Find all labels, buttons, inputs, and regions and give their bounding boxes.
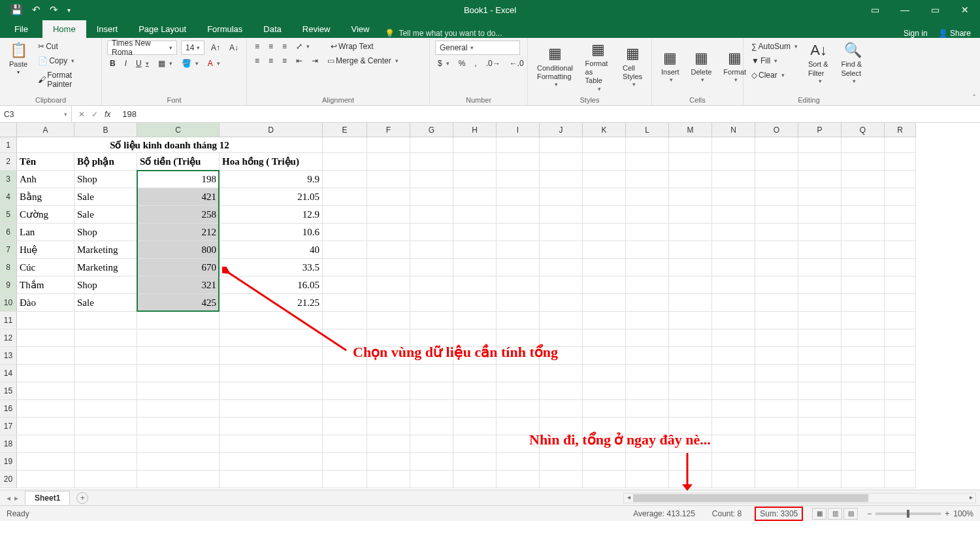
cell[interactable]	[885, 435, 916, 453]
cell[interactable]	[17, 329, 74, 347]
cell[interactable]	[453, 435, 497, 453]
column-header-H[interactable]: H	[453, 123, 497, 137]
fill-button[interactable]: ▼ Fill	[749, 55, 800, 67]
maximize-icon[interactable]: ▭	[920, 0, 950, 20]
cell[interactable]	[137, 347, 220, 365]
cell[interactable]	[583, 259, 626, 276]
cell[interactable]	[453, 453, 497, 471]
cell[interactable]	[798, 347, 841, 365]
cell[interactable]	[323, 188, 367, 206]
cell[interactable]	[453, 418, 497, 435]
cell[interactable]	[798, 471, 841, 488]
cell[interactable]	[367, 294, 410, 312]
cell[interactable]	[323, 171, 367, 188]
cell[interactable]	[410, 188, 453, 206]
cell[interactable]	[885, 276, 916, 294]
cell[interactable]	[841, 153, 885, 171]
cell[interactable]	[410, 206, 453, 224]
cell[interactable]	[410, 224, 453, 241]
collapse-ribbon-icon[interactable]: ˄	[972, 93, 976, 103]
cell[interactable]	[885, 153, 916, 171]
cell[interactable]	[841, 471, 885, 488]
column-header-B[interactable]: B	[74, 123, 137, 137]
cell[interactable]	[841, 241, 885, 259]
cell[interactable]	[410, 153, 453, 171]
cell[interactable]	[669, 153, 712, 171]
cell[interactable]	[798, 241, 841, 259]
cell[interactable]	[626, 171, 669, 188]
cell[interactable]	[626, 188, 669, 206]
cell[interactable]	[540, 453, 583, 471]
cell[interactable]	[669, 400, 712, 418]
cell[interactable]	[410, 418, 453, 435]
cell[interactable]: 33.5	[220, 259, 323, 276]
cell[interactable]	[323, 259, 367, 276]
tab-view[interactable]: View	[340, 20, 380, 38]
cell[interactable]	[885, 294, 916, 312]
cell[interactable]	[755, 329, 798, 347]
cell[interactable]: Số liệu kinh doanh tháng 12	[17, 137, 323, 153]
column-header-J[interactable]: J	[540, 123, 583, 137]
percent-format-icon[interactable]: %	[456, 58, 468, 69]
cell[interactable]	[841, 206, 885, 224]
cell[interactable]	[74, 471, 137, 488]
cell[interactable]	[712, 294, 755, 312]
cell[interactable]	[798, 276, 841, 294]
cell[interactable]	[755, 276, 798, 294]
cell[interactable]	[712, 276, 755, 294]
cell[interactable]	[885, 347, 916, 365]
cell[interactable]	[798, 171, 841, 188]
font-size-combo[interactable]: 14	[181, 41, 204, 55]
cell[interactable]	[453, 276, 497, 294]
cell[interactable]	[453, 259, 497, 276]
cell[interactable]	[583, 329, 626, 347]
align-bottom-icon[interactable]: ≡	[280, 41, 289, 52]
cell[interactable]	[626, 329, 669, 347]
cell[interactable]: Hoa hồng ( Triệu)	[220, 153, 323, 171]
enter-formula-icon[interactable]: ✓	[91, 110, 98, 119]
cell[interactable]	[367, 224, 410, 241]
cell[interactable]	[885, 259, 916, 276]
cell[interactable]	[755, 382, 798, 400]
cell[interactable]	[137, 400, 220, 418]
sheet-tab-1[interactable]: Sheet1	[25, 491, 70, 505]
signin-link[interactable]: Sign in	[904, 29, 928, 38]
cell[interactable]	[885, 382, 916, 400]
cell[interactable]	[367, 241, 410, 259]
cell[interactable]	[712, 400, 755, 418]
format-painter-button[interactable]: 🖌 Format Painter	[35, 69, 96, 90]
cell[interactable]	[583, 312, 626, 329]
cell[interactable]	[841, 365, 885, 382]
row-header-17[interactable]: 17	[0, 418, 17, 435]
cell[interactable]	[367, 171, 410, 188]
cell[interactable]	[453, 241, 497, 259]
cell[interactable]	[626, 137, 669, 153]
cell[interactable]	[497, 171, 540, 188]
cell[interactable]: 9.9	[220, 171, 323, 188]
cell[interactable]	[885, 312, 916, 329]
cell[interactable]: Anh	[17, 171, 74, 188]
cell[interactable]	[220, 312, 323, 329]
cell[interactable]	[540, 224, 583, 241]
cell[interactable]	[755, 171, 798, 188]
delete-cells-button[interactable]: ▦Delete	[687, 48, 716, 85]
font-color-button[interactable]: A	[205, 58, 223, 69]
cell[interactable]	[497, 224, 540, 241]
cell[interactable]	[626, 365, 669, 382]
cell[interactable]	[410, 171, 453, 188]
cell[interactable]	[323, 241, 367, 259]
cell[interactable]	[410, 471, 453, 488]
autosum-button[interactable]: ∑ AutoSum	[749, 41, 800, 52]
cell[interactable]	[74, 382, 137, 400]
row-header-20[interactable]: 20	[0, 471, 17, 488]
cell[interactable]	[17, 435, 74, 453]
cell[interactable]	[669, 137, 712, 153]
cell[interactable]	[137, 382, 220, 400]
cell[interactable]	[137, 471, 220, 488]
cell[interactable]	[712, 241, 755, 259]
column-header-D[interactable]: D	[220, 123, 323, 137]
cell[interactable]	[626, 400, 669, 418]
cell[interactable]: Cúc	[17, 259, 74, 276]
cell[interactable]	[755, 347, 798, 365]
row-header-1[interactable]: 1	[0, 137, 17, 153]
